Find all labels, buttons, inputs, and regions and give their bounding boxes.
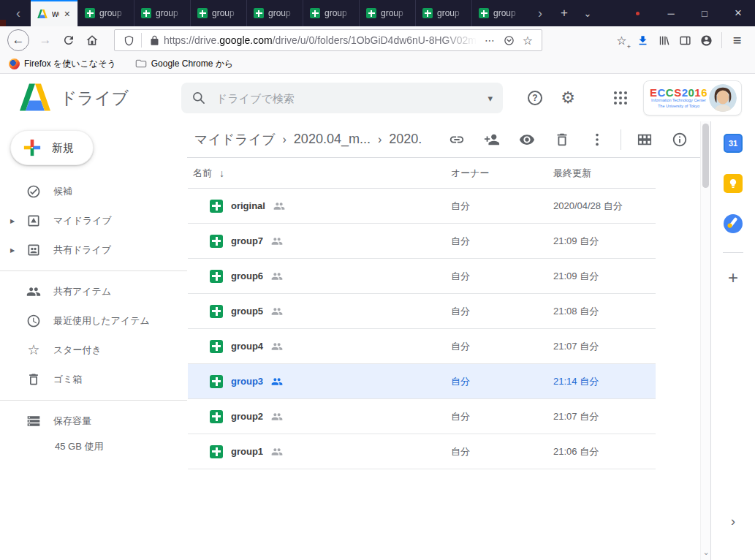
tab-group-sheet[interactable]: group bbox=[303, 0, 359, 26]
window-maximize-button[interactable]: □ bbox=[688, 0, 721, 26]
grid-view-button[interactable] bbox=[636, 131, 653, 148]
sidebar-item-trash[interactable]: ゴミ箱 bbox=[0, 365, 187, 394]
add-panel-app-button[interactable]: + bbox=[728, 268, 738, 287]
tab-group-sheet[interactable]: group bbox=[246, 0, 303, 26]
page-scrollbar[interactable]: ⌄ bbox=[700, 121, 710, 560]
bookmark-folder-chrome[interactable]: Google Chrome から bbox=[135, 58, 234, 70]
google-side-panel: 31 + › bbox=[710, 121, 755, 560]
sort-desc-icon[interactable]: ↓ bbox=[219, 167, 224, 179]
more-actions-button[interactable] bbox=[588, 131, 606, 148]
folder-icon bbox=[135, 58, 147, 69]
tab-google-drive[interactable]: wo × bbox=[31, 0, 77, 26]
tab-group-sheet[interactable]: group bbox=[471, 0, 528, 26]
file-row-selected[interactable]: group3 自分 21:14 自分 bbox=[188, 364, 656, 399]
sidebar-item-my-drive[interactable]: ▶ マイドライブ bbox=[0, 206, 187, 235]
url-bar[interactable]: https://drive.google.com/drive/u/0/folde… bbox=[114, 29, 542, 51]
menu-button[interactable]: ≡ bbox=[726, 30, 748, 51]
pocket-icon[interactable] bbox=[499, 35, 518, 46]
scroll-tabs-left-button[interactable]: ‹ bbox=[6, 0, 31, 26]
search-box[interactable]: ▾ bbox=[181, 83, 503, 113]
info-button[interactable] bbox=[671, 131, 688, 148]
avatar[interactable] bbox=[709, 84, 737, 112]
new-button[interactable]: 新規 bbox=[10, 130, 94, 165]
sidebar-item-storage[interactable]: 保存容量 bbox=[0, 406, 187, 436]
breadcrumb-my-drive[interactable]: マイドライブ bbox=[194, 131, 276, 148]
tab-title: wo bbox=[52, 9, 59, 19]
file-row[interactable]: group6 自分 21:09 自分 bbox=[188, 259, 656, 294]
tab-group-sheet[interactable]: group bbox=[415, 0, 471, 26]
url-text[interactable]: https://drive.google.com/drive/u/0/folde… bbox=[164, 34, 480, 46]
column-header-modified[interactable]: 最終更新 bbox=[553, 167, 656, 180]
scrollbar-thumb[interactable] bbox=[702, 124, 709, 188]
file-row[interactable]: group5 自分 21:08 自分 bbox=[188, 294, 656, 329]
forward-button[interactable]: → bbox=[34, 29, 57, 52]
https-lock-icon[interactable] bbox=[145, 35, 164, 46]
sidebar-toggle-button[interactable] bbox=[675, 30, 696, 51]
tab-group-sheet[interactable]: group bbox=[359, 0, 415, 26]
sidebar-item-starred[interactable]: ☆ スター付き bbox=[0, 336, 187, 365]
google-apps-button[interactable] bbox=[611, 88, 630, 107]
search-input[interactable] bbox=[216, 92, 487, 105]
breadcrumb-current-folder[interactable]: 2020. bbox=[389, 132, 422, 147]
downloads-button[interactable] bbox=[632, 30, 653, 51]
tab-group-sheet[interactable]: group bbox=[190, 0, 246, 26]
sidebar-item-shared-with-me[interactable]: 共有アイテム bbox=[0, 277, 187, 306]
file-owner: 自分 bbox=[451, 445, 553, 458]
scrollbar-down-arrow-icon[interactable]: ⌄ bbox=[701, 548, 711, 557]
window-close-button[interactable]: × bbox=[721, 0, 755, 26]
expand-arrow-icon[interactable]: ▶ bbox=[10, 218, 20, 224]
chevron-right-icon: › bbox=[378, 133, 382, 146]
library-button[interactable] bbox=[653, 30, 675, 51]
preview-button[interactable] bbox=[518, 131, 536, 148]
column-header-name[interactable]: 名前 bbox=[193, 167, 212, 180]
gear-icon: ⚙ bbox=[561, 90, 575, 106]
file-row[interactable]: group7 自分 21:09 自分 bbox=[188, 224, 656, 259]
keep-icon bbox=[724, 174, 743, 193]
help-button[interactable]: ? bbox=[526, 88, 545, 107]
tab-group-sheet[interactable]: group bbox=[77, 0, 134, 26]
tab-group-sheet[interactable]: group bbox=[134, 0, 190, 26]
reload-button[interactable] bbox=[57, 29, 80, 52]
sidebar-item-recent[interactable]: 最近使用したアイテム bbox=[0, 306, 187, 336]
get-link-button[interactable] bbox=[448, 131, 466, 148]
share-button[interactable] bbox=[483, 131, 501, 148]
storage-icon bbox=[26, 414, 41, 428]
list-header: 名前↓ オーナー 最終更新 bbox=[188, 158, 656, 189]
delete-button[interactable] bbox=[553, 131, 571, 148]
scroll-tabs-right-button[interactable]: › bbox=[528, 0, 553, 26]
window-minimize-button[interactable]: ─ bbox=[654, 0, 688, 26]
expand-arrow-icon[interactable]: ▶ bbox=[10, 247, 20, 254]
tasks-button[interactable] bbox=[724, 214, 743, 233]
shared-people-icon bbox=[273, 200, 285, 212]
page-actions-icon[interactable]: ⋯ bbox=[480, 34, 499, 46]
calendar-button[interactable]: 31 bbox=[724, 134, 743, 153]
account-badge[interactable]: ECCS2016 Information Technology CenterTh… bbox=[643, 80, 742, 116]
bookmarks-menu-button[interactable]: ☆+ bbox=[611, 30, 632, 51]
file-owner: 自分 bbox=[451, 305, 553, 318]
account-button[interactable] bbox=[696, 30, 717, 51]
back-button[interactable]: ← bbox=[7, 29, 29, 51]
file-row[interactable]: group4 自分 21:07 自分 bbox=[188, 329, 656, 364]
bookmark-star-icon[interactable]: ☆ bbox=[518, 34, 537, 48]
file-modified: 21:07 自分 bbox=[553, 410, 656, 423]
file-owner: 自分 bbox=[451, 270, 553, 283]
hide-side-panel-button[interactable]: › bbox=[731, 514, 735, 529]
plus-badge-icon: + bbox=[627, 43, 631, 50]
file-row[interactable]: group2 自分 21:07 自分 bbox=[188, 399, 656, 434]
sheets-icon bbox=[254, 8, 264, 18]
home-button[interactable] bbox=[80, 29, 104, 52]
sidebar-item-suggested[interactable]: 候補 bbox=[0, 177, 187, 206]
list-all-tabs-button[interactable]: ⌄ bbox=[576, 0, 599, 26]
keep-button[interactable] bbox=[724, 174, 743, 193]
tab-close-icon[interactable]: × bbox=[64, 8, 71, 20]
settings-button[interactable]: ⚙ bbox=[558, 88, 577, 107]
file-row[interactable]: original 自分 2020/04/28 自分 bbox=[188, 189, 656, 224]
sidebar-item-shared-drives[interactable]: ▶ 共有ドライブ bbox=[0, 235, 187, 265]
new-tab-button[interactable]: + bbox=[553, 0, 576, 26]
search-options-caret-icon[interactable]: ▾ bbox=[487, 93, 493, 104]
breadcrumb-folder[interactable]: 2020.04_m... bbox=[294, 132, 371, 147]
tracking-protection-shield-icon[interactable] bbox=[119, 35, 138, 46]
file-row[interactable]: group1 自分 21:06 自分 bbox=[188, 434, 656, 469]
column-header-owner[interactable]: オーナー bbox=[451, 167, 553, 180]
bookmark-item-firefox[interactable]: Firefox を使いこなそう bbox=[9, 58, 116, 70]
